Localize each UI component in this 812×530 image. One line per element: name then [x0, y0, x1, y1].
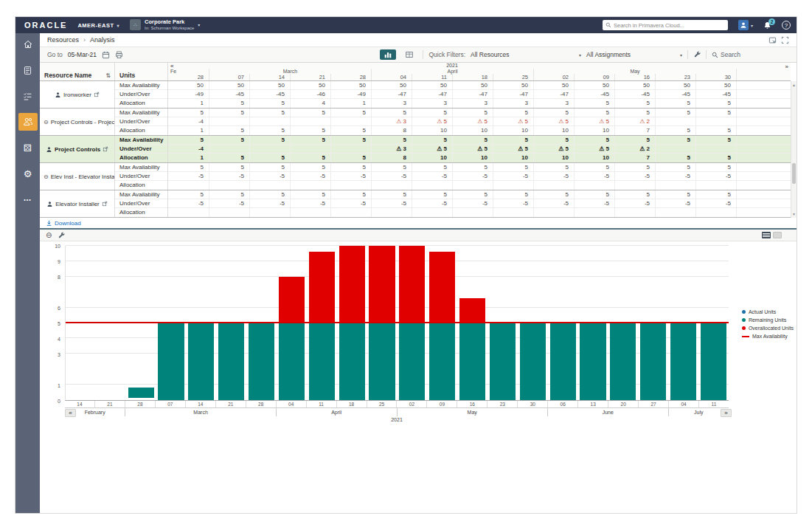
- remaining-bar-segment[interactable]: [309, 323, 335, 401]
- legend-item[interactable]: Overallocated Units: [742, 326, 794, 331]
- overallocated-bar-segment[interactable]: [399, 246, 425, 323]
- usage-bar[interactable]: [188, 323, 214, 401]
- usage-bar[interactable]: [399, 246, 425, 400]
- legend-item[interactable]: Actual Units: [742, 309, 794, 314]
- remaining-bar-segment[interactable]: [520, 323, 546, 401]
- fullscreen-button[interactable]: [781, 36, 789, 44]
- remaining-bar-segment[interactable]: [490, 323, 516, 401]
- org-selector[interactable]: AMER-EAST ▾: [77, 22, 119, 29]
- remaining-bar-segment[interactable]: [279, 323, 305, 401]
- resource-row-group[interactable]: Project ControlsMax AvailabilityUnder/Ov…: [40, 136, 791, 163]
- collapse-chart-button[interactable]: ⊖: [46, 231, 52, 239]
- resource-name-cell[interactable]: Project Controls: [40, 136, 115, 162]
- legend-item[interactable]: Max Availability: [742, 334, 794, 339]
- breadcrumb-resources[interactable]: Resources: [47, 36, 79, 44]
- calendar-button[interactable]: [102, 51, 110, 59]
- spreadsheet-view-button[interactable]: [401, 49, 417, 60]
- overallocated-bar-segment[interactable]: [279, 277, 305, 323]
- collapse-icon[interactable]: ⊖: [44, 119, 49, 125]
- overallocated-bar-segment[interactable]: [369, 246, 395, 323]
- resource-name-column-header[interactable]: Resource Name ⇅: [40, 63, 115, 80]
- usage-bar[interactable]: [670, 323, 696, 401]
- resource-name-cell[interactable]: ⊖Project Controls - Project Co...: [40, 109, 115, 135]
- usage-bar[interactable]: [158, 323, 184, 401]
- open-details-icon[interactable]: [102, 201, 108, 207]
- usage-bar[interactable]: [459, 298, 485, 400]
- remaining-bar-segment[interactable]: [188, 323, 214, 401]
- global-search-box[interactable]: [603, 20, 728, 30]
- overallocated-bar-segment[interactable]: [309, 252, 335, 323]
- usage-bar[interactable]: [701, 323, 726, 401]
- resource-row-group[interactable]: ⊖Elev Inst - Elevator InstallerMax Avail…: [40, 163, 791, 190]
- remaining-bar-segment[interactable]: [459, 323, 485, 401]
- remaining-bar-segment[interactable]: [550, 323, 576, 401]
- usage-bar[interactable]: [218, 323, 244, 401]
- usage-bar[interactable]: [520, 323, 546, 401]
- remaining-bar-segment[interactable]: [701, 323, 726, 401]
- remaining-bar-segment[interactable]: [670, 323, 696, 401]
- usage-bar[interactable]: [550, 323, 576, 401]
- dock-panel-button[interactable]: [768, 36, 777, 44]
- remaining-bar-segment[interactable]: [369, 323, 395, 401]
- legend-item[interactable]: Remaining Units: [742, 317, 794, 323]
- usage-bar[interactable]: [249, 323, 274, 401]
- timeline-next-button[interactable]: »: [785, 63, 788, 70]
- sidebar-item-home[interactable]: [18, 35, 38, 53]
- print-button[interactable]: [115, 51, 123, 59]
- global-search-input[interactable]: [614, 22, 721, 29]
- vertical-scrollbar[interactable]: ▲ ▼: [791, 81, 797, 218]
- usage-bar[interactable]: [610, 323, 636, 401]
- usage-bar[interactable]: [580, 323, 605, 401]
- download-link[interactable]: Download: [46, 220, 81, 227]
- customize-button[interactable]: [693, 51, 701, 58]
- remaining-bar-segment[interactable]: [580, 323, 605, 401]
- usage-bar[interactable]: [339, 246, 365, 400]
- scrollbar-thumb[interactable]: [792, 163, 796, 184]
- open-details-icon[interactable]: [94, 92, 100, 97]
- resource-name-cell[interactable]: Ironworker: [40, 81, 115, 108]
- sort-icon[interactable]: ⇅: [105, 72, 111, 79]
- remaining-bar-segment[interactable]: [158, 323, 184, 401]
- workspace-selector[interactable]: ∴ Corporate Park In: Schurman Workspace …: [130, 19, 200, 31]
- collapse-icon[interactable]: ⊖: [44, 173, 49, 180]
- usage-bar[interactable]: [369, 246, 395, 400]
- table-search-button[interactable]: Search: [712, 51, 740, 58]
- sidebar-item-more[interactable]: •••: [18, 190, 38, 208]
- scroll-down-icon[interactable]: ▼: [792, 212, 796, 216]
- resource-name-cell[interactable]: ⊖Elev Inst - Elevator Installer: [40, 163, 115, 190]
- goto-date-field[interactable]: 05-Mar-21: [68, 51, 97, 58]
- remaining-bar-segment[interactable]: [218, 323, 244, 401]
- histogram-view-button[interactable]: [380, 49, 396, 60]
- user-menu-button[interactable]: ▾: [738, 20, 753, 30]
- resource-row-group[interactable]: Elevator InstallerMax AvailabilityUnder/…: [40, 190, 791, 218]
- usage-bar[interactable]: [429, 252, 455, 400]
- remaining-bar-segment[interactable]: [640, 323, 666, 401]
- scroll-up-icon[interactable]: ▲: [792, 83, 796, 87]
- overallocated-bar-segment[interactable]: [459, 298, 485, 323]
- chart-scroll-right-button[interactable]: »: [721, 409, 732, 417]
- chart-settings-button[interactable]: [58, 232, 65, 239]
- usage-bar[interactable]: [309, 252, 335, 400]
- usage-bar[interactable]: [490, 323, 516, 401]
- usage-bar[interactable]: [640, 323, 666, 401]
- overallocated-bar-segment[interactable]: [429, 252, 455, 323]
- usage-bar[interactable]: [279, 277, 305, 400]
- alternate-view-icon[interactable]: [773, 232, 782, 238]
- sidebar-item-resources[interactable]: [18, 113, 38, 131]
- assignments-filter-dropdown[interactable]: All Assignments ▾: [586, 51, 682, 58]
- remaining-bar-segment[interactable]: [339, 323, 365, 401]
- sidebar-item-activities[interactable]: [18, 87, 38, 105]
- open-details-icon[interactable]: [103, 146, 108, 152]
- resources-filter-dropdown[interactable]: All Resources ▾: [471, 51, 581, 58]
- sidebar-item-risk[interactable]: ⚄: [18, 139, 38, 156]
- help-button[interactable]: ?: [782, 21, 791, 30]
- remaining-bar-segment[interactable]: [399, 323, 425, 401]
- remaining-bar-segment[interactable]: [610, 323, 636, 401]
- chart-scroll-left-button[interactable]: «: [65, 409, 76, 417]
- remaining-bar-segment[interactable]: [249, 323, 274, 401]
- remaining-bar-segment[interactable]: [128, 388, 154, 397]
- resource-row-group[interactable]: ⊖Project Controls - Project Co...Max Ava…: [40, 109, 791, 136]
- sidebar-item-settings[interactable]: ⚙: [18, 165, 38, 182]
- overallocated-bar-segment[interactable]: [339, 246, 365, 323]
- remaining-bar-segment[interactable]: [429, 323, 455, 401]
